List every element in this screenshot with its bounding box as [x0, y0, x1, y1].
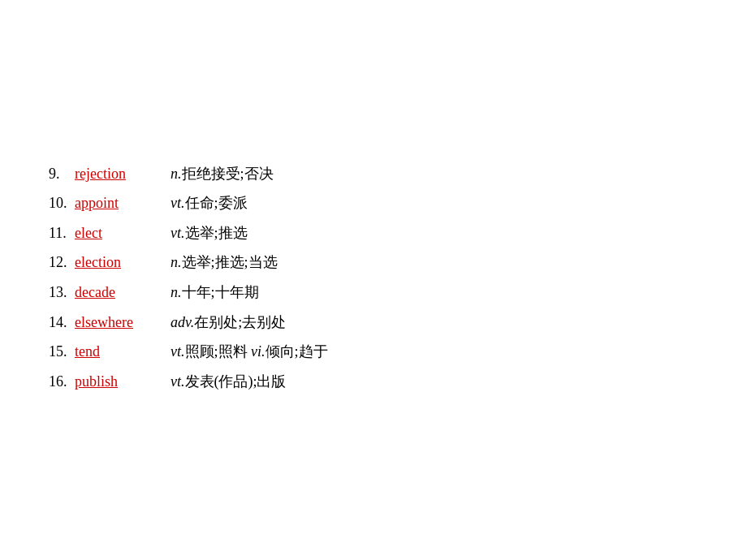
vocab-number: 11. — [49, 221, 75, 246]
vocab-row: 9.rejectionn.拒绝接受;否决 — [49, 162, 328, 187]
vocab-word: election — [75, 250, 164, 275]
vocab-row: 15.tendvt.照顾;照料 vi.倾向;趋于 — [49, 339, 328, 364]
vocab-row: 13.decaden.十年;十年期 — [49, 280, 328, 305]
part-of-speech: vt. — [171, 225, 185, 241]
vocab-number: 15. — [49, 339, 75, 364]
vocab-row: 10.appointvt.任命;委派 — [49, 191, 328, 216]
vocab-word: decade — [75, 280, 164, 305]
part-of-speech-2: vi. — [251, 343, 266, 360]
vocab-definition: n.拒绝接受;否决 — [171, 162, 274, 187]
vocab-number: 12. — [49, 250, 75, 275]
vocab-word: rejection — [75, 162, 164, 187]
vocab-number: 16. — [49, 369, 75, 394]
vocab-content: 9.rejectionn.拒绝接受;否决10.appointvt.任命;委派11… — [0, 162, 328, 399]
vocab-definition: vt.发表(作品);出版 — [171, 369, 287, 394]
vocab-word: elect — [75, 221, 164, 246]
vocab-definition: vt.任命;委派 — [171, 191, 248, 216]
part-of-speech: n. — [171, 166, 182, 182]
vocab-word: elsewhere — [75, 310, 164, 335]
vocab-number: 9. — [49, 162, 75, 187]
vocab-definition: n.选举;推选;当选 — [171, 250, 278, 275]
vocab-word: publish — [75, 369, 164, 394]
vocab-definition: n.十年;十年期 — [171, 280, 259, 305]
part-of-speech: n. — [171, 284, 182, 300]
vocab-number: 10. — [49, 191, 75, 216]
vocab-row: 16.publishvt.发表(作品);出版 — [49, 369, 328, 394]
vocab-number: 14. — [49, 310, 75, 335]
vocab-definition: adv.在别处;去别处 — [171, 310, 286, 335]
vocab-definition: vt.选举;推选 — [171, 221, 248, 246]
vocab-row: 14.elsewhereadv.在别处;去别处 — [49, 310, 328, 335]
vocab-row: 11.electvt.选举;推选 — [49, 221, 328, 246]
vocab-word: appoint — [75, 191, 164, 216]
vocab-row: 12.electionn.选举;推选;当选 — [49, 250, 328, 275]
vocab-number: 13. — [49, 280, 75, 305]
part-of-speech: adv. — [171, 314, 194, 330]
part-of-speech: vt. — [171, 343, 185, 360]
vocab-word: tend — [75, 339, 164, 364]
part-of-speech: n. — [171, 254, 182, 270]
vocab-definition: vt.照顾;照料 vi.倾向;趋于 — [171, 339, 328, 364]
part-of-speech: vt. — [171, 195, 185, 211]
part-of-speech: vt. — [171, 373, 185, 390]
